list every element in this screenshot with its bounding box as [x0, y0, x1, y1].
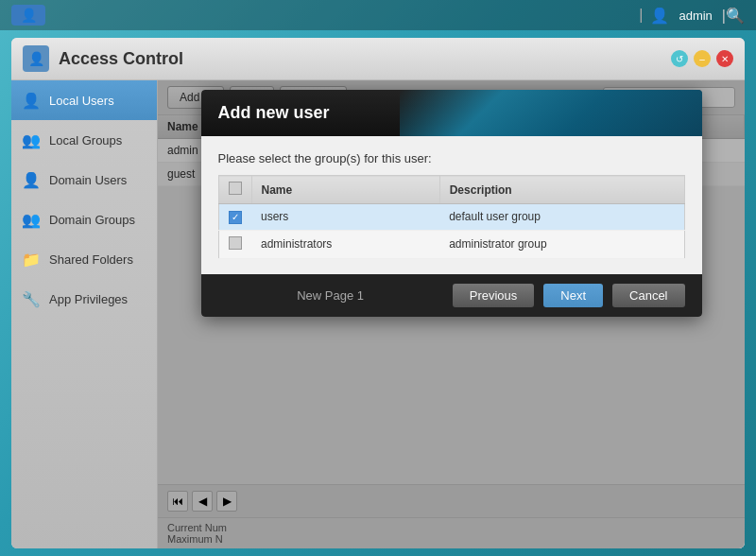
app-icon: 👤 — [11, 5, 45, 26]
sidebar-label-local-groups: Local Groups — [49, 133, 122, 148]
groups-table: Name Description ✓ users — [218, 175, 685, 259]
modal-footer: New Page 1 Previous Next Cancel — [201, 274, 702, 317]
sidebar-label-domain-groups: Domain Groups — [49, 213, 135, 227]
sidebar: 👤 Local Users 👥 Local Groups 👤 Domain Us… — [11, 80, 158, 548]
window-title-bar: 👤 Access Control ↺ – ✕ — [11, 38, 745, 80]
modal-header-bg — [400, 90, 702, 136]
sidebar-label-domain-users: Domain Users — [49, 173, 127, 187]
previous-button[interactable]: Previous — [453, 284, 535, 307]
col-group-desc: Description — [439, 176, 684, 204]
window-controls: ↺ – ✕ — [671, 50, 733, 67]
modal-body: Please select the group(s) for this user… — [201, 136, 702, 274]
administrators-checkbox[interactable] — [229, 236, 242, 250]
users-checkbox[interactable]: ✓ — [229, 211, 242, 224]
group-row-users[interactable]: ✓ users default user group — [218, 204, 684, 231]
modal-overlay: Add new user Please select the group(s) … — [158, 80, 745, 548]
shared-folders-icon: 📁 — [21, 249, 42, 269]
search-icon[interactable]: |🔍 — [722, 7, 745, 25]
separator-icon: | — [639, 7, 643, 24]
group-desc-users: default user group — [439, 204, 684, 231]
top-bar-icons: | 👤 — [639, 7, 669, 25]
window-title: Access Control — [59, 49, 183, 69]
sidebar-label-local-users: Local Users — [49, 94, 114, 108]
domain-users-icon: 👤 — [21, 169, 42, 190]
select-all-checkbox[interactable] — [229, 182, 242, 195]
top-bar: 👤 | 👤 admin |🔍 — [0, 0, 756, 30]
user-icon: 👤 — [650, 7, 669, 25]
main-window: 👤 Access Control ↺ – ✕ 👤 Local Users 👥 L… — [11, 38, 745, 548]
add-user-modal: Add new user Please select the group(s) … — [201, 90, 702, 317]
sidebar-item-local-users[interactable]: 👤 Local Users — [11, 80, 157, 120]
username-label: admin — [679, 9, 712, 23]
col-group-name: Name — [251, 176, 439, 204]
group-desc-administrators: administrator group — [439, 230, 684, 258]
sidebar-item-app-privileges[interactable]: 🔧 App Privileges — [11, 279, 157, 319]
sidebar-item-local-groups[interactable]: 👥 Local Groups — [11, 120, 157, 160]
sidebar-item-domain-users[interactable]: 👤 Domain Users — [11, 160, 157, 200]
group-name-users: users — [251, 204, 439, 231]
close-button[interactable]: ✕ — [716, 50, 733, 67]
local-users-icon: 👤 — [21, 90, 42, 111]
sidebar-label-shared-folders: Shared Folders — [49, 252, 133, 267]
col-checkbox — [218, 176, 251, 204]
modal-title: Add new user — [218, 103, 330, 122]
main-content: Add ▼ Edit Remove Name ▲ Description Quo… — [158, 80, 745, 548]
modal-instruction: Please select the group(s) for this user… — [218, 151, 685, 165]
refresh-button[interactable]: ↺ — [671, 50, 688, 67]
modal-header: Add new user — [201, 90, 702, 136]
group-row-administrators[interactable]: administrators administrator group — [218, 230, 684, 258]
checkbox-cell — [218, 230, 251, 258]
domain-groups-icon: 👥 — [21, 209, 42, 230]
sidebar-label-app-privileges: App Privileges — [49, 292, 128, 306]
minimize-button[interactable]: – — [694, 50, 711, 67]
window-icon: 👤 — [23, 45, 49, 72]
checkbox-cell: ✓ — [218, 204, 251, 231]
local-groups-icon: 👥 — [21, 130, 42, 150]
content-area: 👤 Local Users 👥 Local Groups 👤 Domain Us… — [11, 80, 745, 548]
group-name-administrators: administrators — [251, 230, 439, 258]
next-button[interactable]: Next — [543, 284, 603, 307]
app-privileges-icon: 🔧 — [21, 288, 42, 309]
cancel-button[interactable]: Cancel — [612, 284, 684, 307]
sidebar-item-shared-folders[interactable]: 📁 Shared Folders — [11, 239, 157, 279]
modal-page-label: New Page 1 — [218, 288, 443, 303]
sidebar-item-domain-groups[interactable]: 👥 Domain Groups — [11, 200, 157, 239]
